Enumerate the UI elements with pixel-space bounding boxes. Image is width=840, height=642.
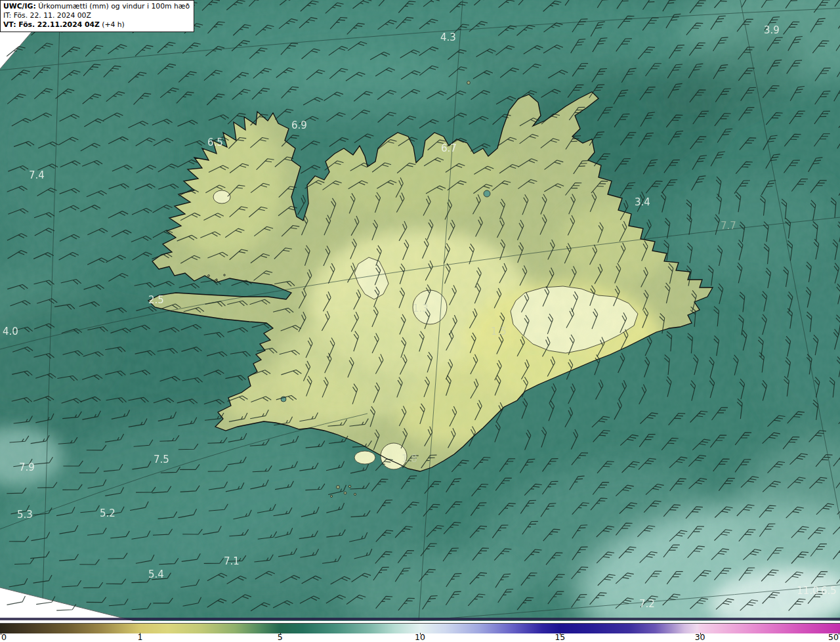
colorbar-label: 1 (137, 632, 142, 642)
title-box: UWC/IG: Úrkomumætti (mm) og vindur i 100… (0, 0, 194, 32)
colorbar-label: 0 (1, 632, 7, 642)
colorbar-tick (839, 633, 839, 635)
colorbar-label: 5 (278, 632, 283, 642)
contour-label: 5.3 (17, 509, 33, 521)
weather-map-page: 4.33.96.96.56.77.43.47.72.54.01.31.51.87… (0, 0, 840, 642)
contour-label: 2.5 (148, 294, 164, 306)
contour-label: 6.5 (821, 585, 837, 597)
colorbar-area: 01510153050 (0, 621, 840, 642)
colorbar-label: 15 (555, 632, 565, 642)
valid-offset: (+4 h) (100, 20, 125, 29)
contour-label: 11.0 (797, 585, 818, 597)
contour-label: 4.3 (440, 32, 456, 43)
contour-label: 7.4 (29, 169, 45, 181)
colorbar-label: 10 (415, 632, 425, 642)
contour-label: 3.4 (635, 196, 650, 208)
colorbar-label: 30 (695, 632, 705, 642)
precipitation-wind-map: 4.33.96.96.56.77.43.47.72.54.01.31.51.87… (0, 0, 840, 621)
contour-label: 6.5 (207, 137, 223, 148)
contour-label: 7.7 (721, 220, 736, 232)
contour-label: 1.8 (402, 453, 417, 465)
product-code: UWC/IG: (3, 2, 36, 11)
contour-label: 7.9 (19, 461, 35, 473)
product-title: Úrkomumætti (mm) og vindur i 100m hæð (36, 2, 190, 11)
title-line-valid: VT: Fös. 22.11.2024 04Z (+4 h) (3, 20, 190, 30)
contour-label: 1.3 (413, 303, 429, 314)
contour-label: 6.9 (291, 119, 307, 131)
contour-label: 5.4 (148, 568, 164, 580)
contour-label: 7.1 (224, 555, 240, 567)
contour-label: 7.2 (639, 598, 655, 610)
contour-label: 4.0 (3, 326, 18, 337)
valid-time: VT: Fös. 22.11.2024 04Z (3, 20, 100, 29)
colorbar-label: 50 (828, 632, 839, 642)
title-line-init: IT: Fös. 22. 11. 2024 00Z (3, 11, 190, 20)
contour-label: 5.2 (100, 507, 116, 519)
map-frame-bottom (0, 618, 840, 620)
contour-label: 7.5 (154, 454, 169, 465)
contour-label: 1.5 (491, 326, 507, 337)
contour-label: 6.7 (441, 142, 457, 154)
title-line-product: UWC/IG: Úrkomumætti (mm) og vindur i 100… (3, 2, 190, 11)
contour-label: 3.9 (764, 24, 780, 36)
